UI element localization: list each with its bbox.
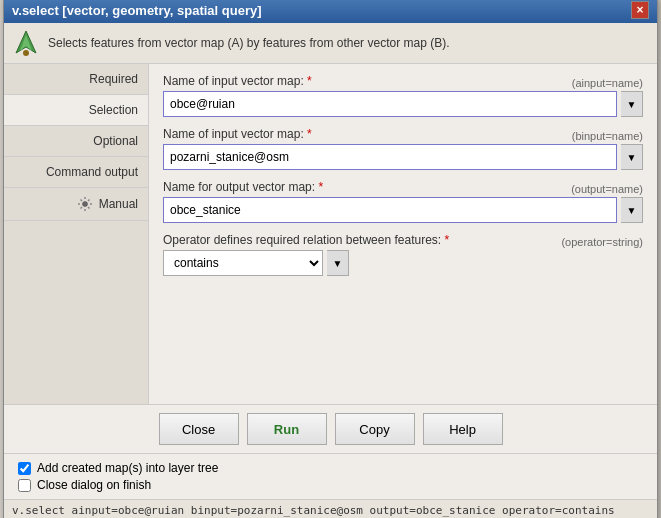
output-dropdown-button[interactable]: ▼ <box>621 197 643 223</box>
content-area: Name of input vector map: * (ainput=name… <box>149 64 657 404</box>
sidebar-selection-label: Selection <box>89 103 138 117</box>
run-button[interactable]: Run <box>247 413 327 445</box>
sidebar-item-manual[interactable]: Manual <box>4 188 148 221</box>
dialog-title: v.select [vector, geometry, spatial quer… <box>12 3 262 18</box>
ainput-dropdown-button[interactable]: ▼ <box>621 91 643 117</box>
status-bar: v.select ainput=obce@ruian binput=pozarn… <box>4 499 657 518</box>
ainput-label: Name of input vector map: * <box>163 74 312 88</box>
svg-point-3 <box>82 202 87 207</box>
gear-icon <box>77 196 93 212</box>
output-row: ▼ <box>163 197 643 223</box>
operator-label: Operator defines required relation betwe… <box>163 233 449 247</box>
sidebar-optional-label: Optional <box>93 134 138 148</box>
sidebar-manual-label: Manual <box>99 197 138 211</box>
sidebar-item-selection[interactable]: Selection <box>4 95 148 126</box>
ainput-field[interactable] <box>163 91 617 117</box>
close-button[interactable]: Close <box>159 413 239 445</box>
ainput-group: Name of input vector map: * (ainput=name… <box>163 74 643 117</box>
sidebar-item-required[interactable]: Required <box>4 64 148 95</box>
checkbox-area: Add created map(s) into layer tree Close… <box>4 453 657 499</box>
operator-hint: (operator=string) <box>561 236 643 248</box>
binput-dropdown-button[interactable]: ▼ <box>621 144 643 170</box>
button-bar: Close Run Copy Help <box>4 404 657 453</box>
sidebar-required-label: Required <box>89 72 138 86</box>
operator-row: contains overlaps intersects within touc… <box>163 250 643 276</box>
close-window-button[interactable]: × <box>631 1 649 19</box>
operator-dropdown-button[interactable]: ▼ <box>327 250 349 276</box>
output-label: Name for output vector map: * <box>163 180 323 194</box>
binput-label: Name of input vector map: * <box>163 127 312 141</box>
output-field[interactable] <box>163 197 617 223</box>
add-layer-row: Add created map(s) into layer tree <box>18 461 643 475</box>
main-dialog: v.select [vector, geometry, spatial quer… <box>3 0 658 518</box>
binput-group: Name of input vector map: * (binput=name… <box>163 127 643 170</box>
operator-select[interactable]: contains overlaps intersects within touc… <box>163 250 323 276</box>
copy-button[interactable]: Copy <box>335 413 415 445</box>
operator-group: Operator defines required relation betwe… <box>163 233 643 276</box>
sidebar-item-optional[interactable]: Optional <box>4 126 148 157</box>
add-layer-label: Add created map(s) into layer tree <box>37 461 218 475</box>
svg-point-2 <box>23 50 29 56</box>
sidebar: Required Selection Optional Command outp… <box>4 64 149 404</box>
main-content: Required Selection Optional Command outp… <box>4 64 657 404</box>
status-text: v.select ainput=obce@ruian binput=pozarn… <box>12 504 615 517</box>
sidebar-command-output-label: Command output <box>46 165 138 179</box>
ainput-row: ▼ <box>163 91 643 117</box>
add-layer-checkbox[interactable] <box>18 462 31 475</box>
description-bar: Selects features from vector map (A) by … <box>4 23 657 64</box>
binput-field[interactable] <box>163 144 617 170</box>
close-dialog-label: Close dialog on finish <box>37 478 151 492</box>
output-group: Name for output vector map: * (output=na… <box>163 180 643 223</box>
help-button[interactable]: Help <box>423 413 503 445</box>
ainput-hint: (ainput=name) <box>572 77 643 89</box>
close-dialog-row: Close dialog on finish <box>18 478 643 492</box>
grass-icon <box>12 29 40 57</box>
description-text: Selects features from vector map (A) by … <box>48 36 449 50</box>
close-dialog-checkbox[interactable] <box>18 479 31 492</box>
binput-row: ▼ <box>163 144 643 170</box>
title-bar: v.select [vector, geometry, spatial quer… <box>4 0 657 23</box>
binput-hint: (binput=name) <box>572 130 643 142</box>
output-hint: (output=name) <box>571 183 643 195</box>
sidebar-item-command-output[interactable]: Command output <box>4 157 148 188</box>
